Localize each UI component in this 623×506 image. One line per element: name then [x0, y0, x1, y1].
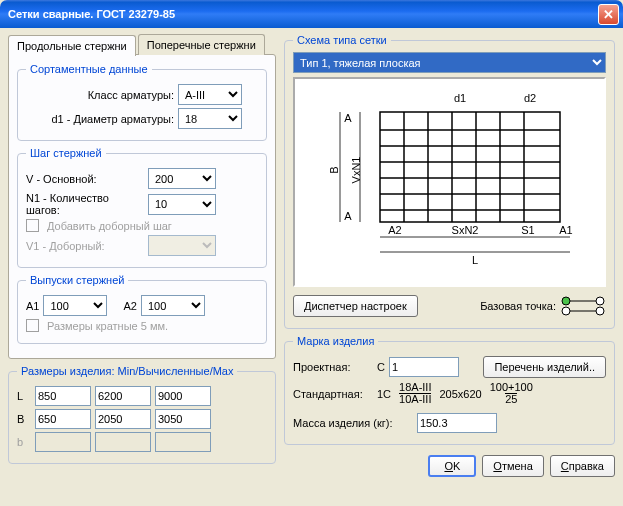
checkbox-add-step: [26, 219, 39, 232]
value-standard-prefix: 1С: [377, 388, 391, 400]
close-icon[interactable]: ✕: [598, 4, 619, 25]
svg-text:A: A: [344, 112, 352, 124]
svg-rect-0: [380, 112, 560, 222]
input-b-min: [35, 432, 91, 452]
label-standard-mark: Стандартная:: [293, 388, 373, 400]
legend-step: Шаг стержней: [26, 147, 106, 159]
cancel-button[interactable]: Отмена: [482, 455, 543, 477]
svg-text:A: A: [344, 210, 352, 222]
checkbox-round5: [26, 319, 39, 332]
svg-text:d1: d1: [453, 92, 465, 104]
legend-assortment: Сортаментные данные: [26, 63, 152, 75]
input-b-max: [155, 432, 211, 452]
input-mass: [417, 413, 497, 433]
legend-schema: Схема типа сетки: [293, 34, 391, 46]
value-standard-frac2: 100+10025: [490, 382, 533, 405]
group-assortment: Сортаментные данные Класс арматуры: A-II…: [17, 63, 267, 141]
label-d1: d1 - Диаметр арматуры:: [26, 113, 174, 125]
input-L-min: [35, 386, 91, 406]
svg-text:VxN1: VxN1: [350, 157, 362, 184]
svg-point-30: [562, 297, 570, 305]
value-standard-frac1: 18A-III10A-III: [399, 382, 431, 405]
svg-text:B: B: [328, 166, 340, 173]
input-B-min: [35, 409, 91, 429]
label-a2: A2: [123, 300, 136, 312]
help-button[interactable]: Справка: [550, 455, 615, 477]
tab-longitudinal[interactable]: Продольные стержни: [8, 35, 136, 56]
select-v[interactable]: 200: [148, 168, 216, 189]
label-round5: Размеры кратные 5 мм.: [47, 320, 168, 332]
label-v: V - Основной:: [26, 173, 144, 185]
svg-text:S1: S1: [521, 224, 534, 236]
basepoint-selector[interactable]: [560, 295, 606, 317]
svg-point-33: [596, 307, 604, 315]
input-B-calc: [95, 409, 151, 429]
svg-text:d2: d2: [523, 92, 535, 104]
tab-panel: Сортаментные данные Класс арматуры: A-II…: [8, 54, 276, 359]
label-rebar-class: Класс арматуры:: [26, 89, 174, 101]
label-mass: Масса изделия (кг):: [293, 417, 413, 429]
select-schema-type[interactable]: Тип 1, тяжелая плоская: [293, 52, 606, 73]
product-list-button[interactable]: Перечень изделий..: [483, 356, 606, 378]
label-project-prefix: С: [377, 361, 385, 373]
svg-point-32: [562, 307, 570, 315]
svg-point-31: [596, 297, 604, 305]
select-d1[interactable]: 18: [178, 108, 242, 129]
label-project-mark: Проектная:: [293, 361, 373, 373]
legend-sizes: Размеры изделия: Min/Вычисленные/Max: [17, 365, 237, 377]
group-schema: Схема типа сетки Тип 1, тяжелая плоская: [284, 34, 615, 329]
select-a1[interactable]: 100: [43, 295, 107, 316]
schema-diagram: d1 d2 A B VxN1 A A2 SxN2 S1 A1 L: [293, 77, 606, 287]
mesh-diagram-icon: d1 d2 A B VxN1 A A2 SxN2 S1 A1 L: [310, 82, 590, 282]
label-B: B: [17, 413, 31, 425]
label-L: L: [17, 390, 31, 402]
window-title: Сетки сварные. ГОСТ 23279-85: [8, 8, 175, 20]
select-rebar-class[interactable]: A-III: [178, 84, 242, 105]
label-b-small: b: [17, 436, 31, 448]
label-add-step: Добавить доборный шаг: [47, 220, 172, 232]
settings-dispatcher-button[interactable]: Диспетчер настроек: [293, 295, 418, 317]
input-project-mark[interactable]: [389, 357, 459, 377]
input-L-max: [155, 386, 211, 406]
svg-text:A2: A2: [388, 224, 401, 236]
label-basepoint: Базовая точка:: [480, 300, 556, 312]
select-v1: [148, 235, 216, 256]
value-standard-mid: 205x620: [439, 388, 481, 400]
input-B-max: [155, 409, 211, 429]
group-mark: Марка изделия Проектная: С Перечень изде…: [284, 335, 615, 445]
ok-button[interactable]: OK: [428, 455, 476, 477]
titlebar: Сетки сварные. ГОСТ 23279-85 ✕: [0, 0, 623, 28]
label-v1: V1 - Доборный:: [26, 240, 144, 252]
svg-text:A1: A1: [559, 224, 572, 236]
group-step: Шаг стержней V - Основной: 200 N1 - Коли…: [17, 147, 267, 268]
tabstrip: Продольные стержни Поперечные стержни: [8, 34, 276, 55]
select-n1[interactable]: 10: [148, 194, 216, 215]
input-L-calc: [95, 386, 151, 406]
group-release: Выпуски стержней A1 100 A2 100 Размеры к…: [17, 274, 267, 344]
select-a2[interactable]: 100: [141, 295, 205, 316]
label-n1: N1 - Количество шагов:: [26, 192, 144, 216]
group-sizes: Размеры изделия: Min/Вычисленные/Max L B…: [8, 365, 276, 464]
svg-text:L: L: [471, 254, 477, 266]
input-b-calc: [95, 432, 151, 452]
svg-text:SxN2: SxN2: [451, 224, 478, 236]
dialog-buttons: OK Отмена Справка: [284, 455, 615, 477]
tab-transverse[interactable]: Поперечные стержни: [138, 34, 265, 55]
legend-release: Выпуски стержней: [26, 274, 128, 286]
label-a1: A1: [26, 300, 39, 312]
legend-mark: Марка изделия: [293, 335, 378, 347]
